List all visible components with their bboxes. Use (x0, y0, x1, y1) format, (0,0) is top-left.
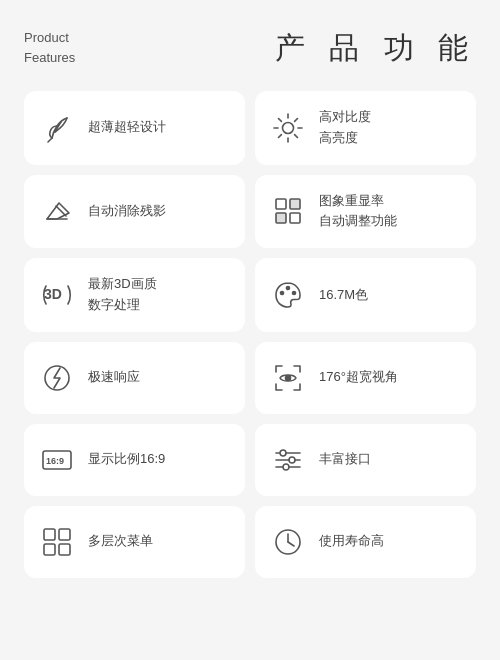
card-16m-colors: 16.7M色 (255, 258, 476, 332)
sun-icon (269, 109, 307, 147)
svg-line-37 (288, 542, 294, 546)
clock-icon (269, 523, 307, 561)
svg-point-29 (289, 457, 295, 463)
svg-point-18 (281, 291, 284, 294)
header-right: 产 品 功 能 (275, 28, 476, 69)
eraser-icon (38, 192, 76, 230)
eye-scan-icon (269, 359, 307, 397)
product-features-line2: Features (24, 50, 75, 65)
svg-point-30 (283, 464, 289, 470)
card-3d-processing-text: 最新3D画质 数字处理 (88, 274, 157, 316)
grid-display-icon (269, 192, 307, 230)
card-image-refresh: 图象重显率 自动调整功能 (255, 175, 476, 249)
svg-text:3D: 3D (44, 286, 62, 302)
svg-line-6 (279, 118, 282, 121)
card-ultra-thin: 超薄超轻设计 (24, 91, 245, 165)
card-wide-angle: 176°超宽视角 (255, 342, 476, 414)
lightning-icon (38, 359, 76, 397)
svg-line-8 (295, 118, 298, 121)
page: Product Features 产 品 功 能 超薄超轻设计 (0, 0, 500, 660)
card-wide-angle-text: 176°超宽视角 (319, 367, 398, 388)
card-fast-response-text: 极速响应 (88, 367, 140, 388)
svg-rect-32 (59, 529, 70, 540)
svg-point-19 (287, 286, 290, 289)
card-rich-ports: 丰富接口 (255, 424, 476, 496)
card-multilevel-menu: 多层次菜单 (24, 506, 245, 578)
svg-rect-34 (59, 544, 70, 555)
card-fast-response: 极速响应 (24, 342, 245, 414)
header-left: Product Features (24, 28, 75, 67)
svg-line-9 (279, 134, 282, 137)
card-high-contrast: 高对比度 高亮度 (255, 91, 476, 165)
svg-point-28 (280, 450, 286, 456)
svg-rect-33 (44, 544, 55, 555)
svg-rect-16 (290, 213, 300, 223)
svg-rect-13 (276, 199, 286, 209)
card-long-life: 使用寿命高 (255, 506, 476, 578)
3d-icon: 3D (38, 276, 76, 314)
header: Product Features 产 品 功 能 (24, 28, 476, 69)
card-ultra-thin-text: 超薄超轻设计 (88, 117, 166, 138)
card-3d-processing: 3D 最新3D画质 数字处理 (24, 258, 245, 332)
ratio-16-9-icon: 16:9 (38, 441, 76, 479)
card-aspect-ratio-text: 显示比例16:9 (88, 449, 165, 470)
sliders-icon (269, 441, 307, 479)
svg-text:16:9: 16:9 (46, 456, 64, 466)
svg-point-22 (286, 375, 291, 380)
svg-line-7 (295, 134, 298, 137)
svg-point-20 (293, 291, 296, 294)
card-high-contrast-text: 高对比度 高亮度 (319, 107, 371, 149)
grid4-icon (38, 523, 76, 561)
svg-rect-31 (44, 529, 55, 540)
palette-icon (269, 276, 307, 314)
feather-icon (38, 109, 76, 147)
svg-rect-14 (290, 199, 300, 209)
svg-line-0 (48, 138, 52, 142)
product-features-line1: Product (24, 30, 69, 45)
card-aspect-ratio: 16:9 显示比例16:9 (24, 424, 245, 496)
card-ghost-removal-text: 自动消除残影 (88, 201, 166, 222)
card-rich-ports-text: 丰富接口 (319, 449, 371, 470)
card-ghost-removal: 自动消除残影 (24, 175, 245, 249)
card-long-life-text: 使用寿命高 (319, 531, 384, 552)
card-16m-colors-text: 16.7M色 (319, 285, 368, 306)
card-image-refresh-text: 图象重显率 自动调整功能 (319, 191, 397, 233)
card-multilevel-menu-text: 多层次菜单 (88, 531, 153, 552)
features-grid: 超薄超轻设计 高对比度 高亮度 (24, 91, 476, 578)
svg-point-1 (283, 122, 294, 133)
svg-rect-15 (276, 213, 286, 223)
